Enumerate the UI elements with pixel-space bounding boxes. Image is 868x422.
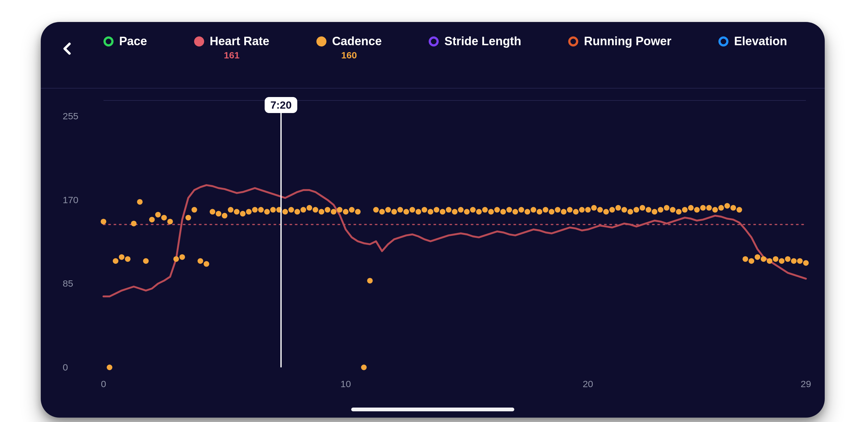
- elevation-icon: [718, 36, 728, 47]
- svg-point-87: [615, 205, 621, 211]
- legend-running-power[interactable]: Running Power: [568, 34, 671, 48]
- svg-point-19: [204, 261, 209, 267]
- chart-plot-area[interactable]: 0851702550102029 7:20: [41, 94, 825, 405]
- svg-point-91: [640, 205, 645, 211]
- cadence-icon: [316, 36, 327, 47]
- svg-point-95: [664, 205, 670, 211]
- svg-point-30: [270, 207, 276, 213]
- svg-point-18: [197, 258, 203, 264]
- svg-point-113: [773, 256, 778, 262]
- svg-point-20: [210, 209, 215, 215]
- svg-point-73: [531, 207, 536, 213]
- svg-point-75: [543, 207, 549, 213]
- svg-point-86: [609, 207, 615, 213]
- svg-point-62: [464, 209, 470, 215]
- svg-point-47: [373, 207, 379, 213]
- svg-point-100: [694, 207, 700, 213]
- svg-point-115: [785, 256, 790, 262]
- svg-point-24: [234, 209, 240, 215]
- svg-point-117: [797, 258, 803, 264]
- svg-point-80: [573, 209, 579, 215]
- y-tick: 170: [63, 195, 79, 205]
- svg-point-79: [567, 207, 572, 213]
- svg-point-98: [682, 207, 688, 213]
- svg-point-112: [767, 258, 772, 264]
- legend-elevation[interactable]: Elevation: [718, 34, 787, 48]
- svg-point-6: [125, 256, 130, 262]
- y-tick: 85: [63, 278, 73, 289]
- svg-point-58: [440, 209, 445, 215]
- stride-icon: [429, 36, 439, 47]
- legend-label: Running Power: [584, 34, 671, 48]
- svg-point-63: [470, 207, 476, 213]
- svg-point-116: [791, 258, 797, 264]
- legend-label: Heart Rate: [210, 34, 269, 48]
- svg-point-90: [633, 207, 639, 213]
- svg-point-41: [337, 207, 342, 213]
- svg-point-9: [143, 258, 149, 264]
- svg-point-108: [743, 256, 748, 262]
- svg-point-105: [724, 203, 730, 208]
- pace-icon: [103, 36, 114, 47]
- back-button[interactable]: [53, 34, 82, 63]
- x-tick: 0: [101, 379, 106, 389]
- svg-point-36: [307, 205, 312, 211]
- svg-point-74: [536, 209, 542, 215]
- svg-point-2: [101, 219, 106, 225]
- svg-point-71: [518, 207, 524, 213]
- svg-point-11: [155, 212, 161, 218]
- svg-point-118: [803, 260, 809, 265]
- svg-point-78: [561, 209, 567, 215]
- legend-heart-rate[interactable]: Heart Rate 161: [194, 34, 269, 61]
- svg-point-84: [597, 207, 603, 213]
- svg-point-59: [446, 207, 452, 213]
- home-indicator: [351, 407, 514, 411]
- svg-point-106: [730, 205, 736, 211]
- svg-point-23: [228, 207, 234, 213]
- svg-point-16: [185, 215, 191, 220]
- svg-point-109: [748, 258, 754, 264]
- svg-point-4: [113, 258, 119, 264]
- svg-point-81: [579, 207, 585, 213]
- svg-point-82: [585, 207, 591, 213]
- svg-point-70: [513, 209, 518, 215]
- svg-point-17: [192, 207, 197, 213]
- svg-point-104: [718, 205, 724, 211]
- svg-point-46: [367, 278, 373, 284]
- svg-point-103: [712, 207, 718, 213]
- svg-point-33: [288, 207, 294, 213]
- legend-cadence[interactable]: Cadence 160: [316, 34, 382, 61]
- chart-legend: Pace Heart Rate 161 Cadence 160: [82, 34, 806, 61]
- svg-point-43: [349, 207, 355, 213]
- svg-point-72: [525, 209, 530, 215]
- svg-point-40: [331, 209, 337, 215]
- svg-point-53: [409, 207, 415, 213]
- svg-point-107: [737, 207, 742, 213]
- legend-pace[interactable]: Pace: [103, 34, 147, 48]
- svg-point-26: [246, 209, 251, 215]
- svg-point-97: [676, 209, 681, 215]
- svg-point-101: [700, 205, 706, 211]
- svg-point-13: [167, 219, 173, 225]
- svg-point-96: [670, 207, 676, 213]
- svg-point-39: [324, 207, 330, 213]
- svg-point-15: [179, 254, 185, 260]
- svg-point-52: [404, 209, 409, 215]
- legend-label: Stride Length: [444, 34, 521, 48]
- svg-point-44: [355, 209, 361, 215]
- svg-point-22: [222, 213, 227, 219]
- chevron-left-icon: [61, 42, 74, 56]
- svg-point-114: [779, 258, 784, 264]
- legend-stride-length[interactable]: Stride Length: [429, 34, 521, 48]
- legend-label: Cadence: [332, 34, 382, 48]
- cursor-time-badge: 7:20: [265, 97, 297, 113]
- svg-point-8: [137, 199, 143, 205]
- svg-point-29: [264, 209, 270, 215]
- heart-icon: [194, 36, 204, 47]
- legend-label: Elevation: [734, 34, 787, 48]
- svg-point-55: [422, 207, 427, 213]
- svg-point-85: [603, 209, 609, 215]
- svg-point-48: [379, 209, 385, 215]
- x-tick: 20: [583, 379, 593, 389]
- svg-point-111: [761, 256, 766, 262]
